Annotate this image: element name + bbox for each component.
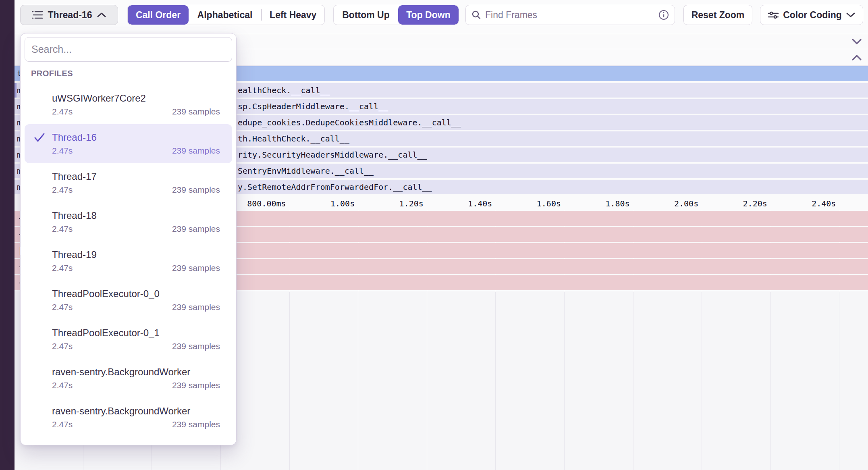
thread-selector-button[interactable]: Thread-16 [20,5,118,25]
axis-tick-label: 1.80s [605,199,629,208]
gridline [564,292,565,470]
profile-name: ThreadPoolExecutor-0_0 [52,288,220,300]
profile-name: Thread-19 [52,249,220,261]
color-coding-button[interactable]: Color Coding [760,5,863,25]
profiles-list: uWSGIWorker7Core22.47s239 samplesThread-… [21,85,236,437]
profile-item-5[interactable]: ThreadPoolExecutor-0_02.47s239 samples [25,281,232,320]
direction-option-top-down[interactable]: Top Down [398,5,459,25]
profile-name: raven-sentry.BackgroundWorker [52,405,220,417]
gridline [702,292,702,470]
gridline [633,292,633,470]
frame-label: rity.SecurityHeadersMiddleware.__call__ [238,148,427,162]
profile-samples: 239 samples [172,420,220,429]
thread-selector-dropdown: PROFILES uWSGIWorker7Core22.47s239 sampl… [20,33,237,445]
axis-tick-label: 1.60s [537,199,561,208]
profile-name: Thread-18 [52,210,220,222]
chevron-up-icon [97,12,106,18]
thread-selector-label: Thread-16 [48,10,92,21]
axis-tick-label: 1.40s [468,199,492,208]
profile-samples: 239 samples [172,263,220,273]
profile-duration: 2.47s [52,381,73,390]
sliders-icon [768,10,779,20]
dropdown-search-input[interactable] [31,44,225,55]
chevron-down-icon [846,12,856,18]
profile-item-0[interactable]: uWSGIWorker7Core22.47s239 samples [25,85,232,124]
sort-option-alphabetical[interactable]: Alphabetical [189,5,261,25]
search-icon [471,10,481,20]
color-coding-label: Color Coding [783,10,842,21]
find-frames-searchbox [465,5,675,25]
info-icon[interactable] [658,10,669,20]
profile-samples: 239 samples [172,146,220,156]
frame-label: sp.CspHeaderMiddleware.__call__ [238,99,388,114]
profile-name: raven-sentry.BackgroundWorker [52,366,220,378]
axis-tick-label: 800.00ms [247,199,286,208]
profiles-section-label: PROFILES [31,69,73,78]
gridline [427,292,427,470]
profile-samples: 239 samples [172,341,220,351]
profile-item-2[interactable]: Thread-172.47s239 samples [25,163,232,202]
profile-item-4[interactable]: Thread-192.47s239 samples [25,241,232,281]
app-sidebar [0,0,15,470]
profile-duration: 2.47s [52,341,73,351]
chevron-down-icon[interactable] [851,38,862,45]
sort-option-left-heavy[interactable]: Left Heavy [262,5,325,25]
profile-item-6[interactable]: ThreadPoolExecutor-0_12.47s239 samples [25,320,232,359]
gridline [495,292,496,470]
direction-option-bottom-up[interactable]: Bottom Up [334,5,398,25]
sort-option-call-order[interactable]: Call Order [128,5,189,25]
profile-name: uWSGIWorker7Core2 [52,92,220,104]
gridline [839,292,839,470]
frame-label: ealthCheck.__call__ [238,83,330,98]
profile-duration: 2.47s [52,224,73,234]
gridline [358,292,358,470]
frame-label: y.SetRemoteAddrFromForwardedFor.__call__ [238,180,432,194]
axis-tick-label: 1.00s [330,199,355,208]
profile-samples: 239 samples [172,224,220,234]
frame-accent-notch [15,83,17,98]
reset-zoom-button[interactable]: Reset Zoom [683,5,752,25]
chevron-up-icon[interactable] [851,54,862,61]
profile-samples: 239 samples [172,302,220,312]
check-icon [33,132,46,143]
profile-item-1[interactable]: Thread-162.47s239 samples [25,124,232,163]
profiler-app: Thread-16 Call Order Alphabetical Left H… [0,0,868,470]
toolbar: Thread-16 Call Order Alphabetical Left H… [15,0,868,34]
frame-label: SentryEnvMiddleware.__call__ [238,164,374,178]
profile-name: Thread-17 [52,171,220,183]
gridline [289,292,290,470]
sort-mode-segmented-control: Call Order Alphabetical Left Heavy [127,5,325,25]
gridline [770,292,771,470]
dropdown-searchbox [25,37,232,62]
axis-tick-label: 2.00s [674,199,698,208]
frame-label: th.HealthCheck.__call__ [238,131,349,146]
axis-tick-label: 2.20s [743,199,767,208]
profile-duration: 2.47s [52,146,73,156]
profile-duration: 2.47s [52,107,73,116]
profile-item-7[interactable]: raven-sentry.BackgroundWorker2.47s239 sa… [25,359,232,398]
profile-samples: 239 samples [172,185,220,195]
profile-samples: 239 samples [172,381,220,390]
find-frames-input[interactable] [485,10,654,21]
profile-duration: 2.47s [52,263,73,273]
profile-name: Thread-16 [52,131,220,143]
profile-duration: 2.47s [52,302,73,312]
profile-samples: 239 samples [172,107,220,116]
profile-name: ThreadPoolExecutor-0_1 [52,327,220,339]
reset-zoom-label: Reset Zoom [691,10,745,21]
axis-tick-label: 2.40s [812,199,836,208]
profile-duration: 2.47s [52,185,73,195]
profile-item-8[interactable]: raven-sentry.BackgroundWorker2.47s239 sa… [25,398,232,437]
profile-duration: 2.47s [52,420,73,429]
thread-list-icon [32,10,43,20]
axis-tick-label: 1.20s [399,199,424,208]
profile-item-3[interactable]: Thread-182.47s239 samples [25,202,232,241]
frame-label: edupe_cookies.DedupeCookiesMiddleware.__… [238,115,461,130]
direction-segmented-control: Bottom Up Top Down [333,5,459,25]
